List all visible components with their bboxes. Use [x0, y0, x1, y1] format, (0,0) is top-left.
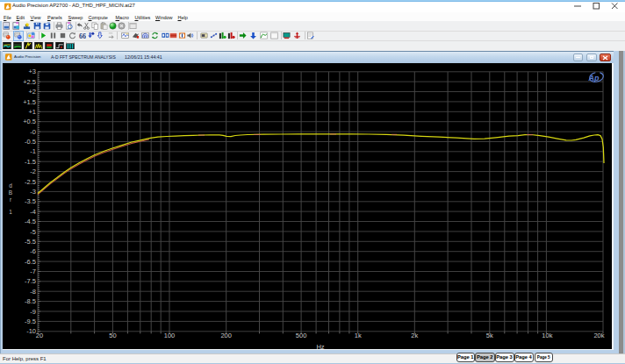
- svg-text:-3: -3: [30, 188, 36, 196]
- svg-text:+0.5: +0.5: [23, 118, 36, 125]
- svg-text:Hz: Hz: [316, 343, 324, 350]
- svg-text:20: 20: [36, 332, 43, 339]
- svg-text:-6: -6: [30, 247, 36, 255]
- svg-text:-9: -9: [30, 308, 36, 316]
- svg-text:+1: +1: [28, 108, 36, 116]
- svg-text:d: d: [9, 182, 12, 189]
- svg-text:500: 500: [296, 332, 307, 339]
- svg-text:-2.5: -2.5: [25, 178, 36, 186]
- svg-text:200: 200: [220, 332, 232, 339]
- svg-text:-1.5: -1.5: [25, 158, 36, 166]
- svg-text:100: 100: [164, 332, 176, 339]
- svg-text:-5: -5: [30, 228, 36, 236]
- svg-text:-9.5: -9.5: [25, 318, 36, 325]
- svg-text:B: B: [9, 189, 12, 196]
- svg-text:-0.5: -0.5: [25, 138, 36, 146]
- svg-text:-2: -2: [30, 168, 36, 175]
- svg-text:66: 66: [78, 32, 85, 39]
- svg-text:-4: -4: [30, 208, 36, 216]
- svg-text:-1: -1: [30, 147, 36, 155]
- svg-text:+2: +2: [28, 88, 36, 96]
- svg-text:Ap: Ap: [588, 74, 600, 82]
- svg-text:2k: 2k: [411, 332, 418, 339]
- svg-text:-5.5: -5.5: [25, 238, 36, 246]
- svg-text:+1.5: +1.5: [23, 98, 36, 106]
- svg-text:1k: 1k: [355, 332, 362, 339]
- svg-text:-7: -7: [30, 268, 36, 275]
- svg-text:20k: 20k: [593, 332, 604, 339]
- svg-text:50: 50: [109, 332, 116, 339]
- svg-text:10k: 10k: [542, 332, 552, 339]
- svg-text:-10: -10: [26, 327, 36, 335]
- svg-text:+2.5: +2.5: [23, 78, 36, 86]
- svg-text:-8.5: -8.5: [25, 297, 36, 305]
- svg-text:+3: +3: [28, 68, 36, 75]
- svg-text:-6.5: -6.5: [25, 258, 36, 266]
- svg-text:1: 1: [9, 209, 12, 215]
- svg-text:-0: -0: [30, 128, 36, 136]
- svg-text:-4.5: -4.5: [25, 218, 36, 225]
- svg-text:-3.5: -3.5: [25, 197, 36, 205]
- svg-text:-7.5: -7.5: [25, 277, 36, 285]
- svg-text:5k: 5k: [486, 332, 493, 339]
- svg-text:-8: -8: [30, 288, 36, 296]
